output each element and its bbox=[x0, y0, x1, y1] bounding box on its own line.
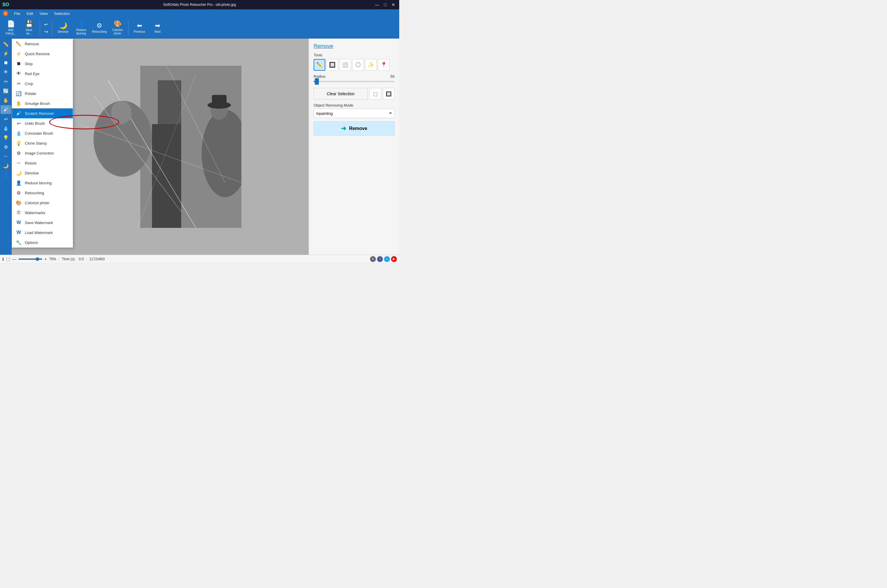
add-files-button[interactable]: 📄 AddFile(s)... bbox=[2, 19, 19, 37]
svg-rect-7 bbox=[152, 124, 181, 228]
tool-crop[interactable]: ✂ bbox=[1, 77, 11, 86]
tool-red-eye[interactable]: 👁 bbox=[1, 68, 11, 76]
menu-item-reduce-blurring[interactable]: 👤 Reduce blurring bbox=[12, 178, 73, 188]
pencil-icon: ✏️ bbox=[316, 62, 323, 68]
clear-selection-button[interactable]: Clear Selection bbox=[314, 88, 368, 100]
clear-selection-row: Clear Selection ⬚ 🔲 bbox=[314, 88, 395, 100]
retouching-menu-label: Retouching bbox=[25, 191, 69, 195]
dropdown-menu: ✏️ Remove ⚡ Quick Remove ⏹ Stop 👁 Red Ey… bbox=[12, 39, 73, 248]
radius-label: Radius bbox=[314, 74, 325, 79]
menu-item-resize[interactable]: ↔ Resize bbox=[12, 158, 73, 168]
tools-panel: ✏️ ⚡ ⏹ 👁 ✂ 🔄 ✋ 🖌 ↩ 💧 💡 ⚙ ↔ 🌙 👤 bbox=[0, 39, 12, 255]
main-area: ✏️ ⚡ ⏹ 👁 ✂ 🔄 ✋ 🖌 ↩ 💧 💡 ⚙ ↔ 🌙 👤 ✏️ Remove… bbox=[0, 39, 399, 255]
undo-brush-menu-label: Undo Brush bbox=[25, 121, 69, 126]
tool-stamp-btn[interactable]: 📍 bbox=[378, 59, 389, 71]
menu-item-retouching[interactable]: ⚙ Retouching bbox=[12, 188, 73, 198]
menu-view[interactable]: View bbox=[36, 10, 51, 16]
info-icon-btn[interactable]: ℹ bbox=[370, 256, 376, 262]
svg-text:S: S bbox=[5, 12, 7, 15]
next-button[interactable]: ➡ Next bbox=[149, 19, 166, 37]
toolbar: 📄 AddFile(s)... 💾 Saveas... ↩ ↪ 🌙 Denois… bbox=[0, 18, 399, 39]
zoom-value: 75% bbox=[49, 257, 56, 261]
menu-item-load-watermark[interactable]: W Load Watermark bbox=[12, 228, 73, 237]
menu-item-colorize-photo[interactable]: 🎨 Colorize photo bbox=[12, 198, 73, 208]
menu-item-denoise[interactable]: 🌙 Denoise bbox=[12, 168, 73, 178]
time-status: Time (s): 0.0 bbox=[62, 257, 84, 261]
remove-button[interactable]: ➜ Remove bbox=[314, 122, 395, 135]
zoom-plus-icon[interactable]: + bbox=[44, 257, 47, 261]
selection-rect-icon-btn[interactable]: ⬚ bbox=[370, 88, 381, 100]
twitter-icon-btn[interactable]: t bbox=[384, 256, 390, 262]
tool-scratch-remover[interactable]: 🖌 bbox=[1, 105, 11, 114]
reduce-blurring-button[interactable]: 👤 Reduceblurring bbox=[73, 19, 90, 37]
youtube-icon-btn[interactable]: ▶ bbox=[391, 256, 397, 262]
undo-button[interactable]: ↩ bbox=[42, 21, 50, 28]
radius-slider-track bbox=[314, 81, 395, 82]
radius-slider-container[interactable] bbox=[314, 79, 395, 84]
colorize-photo-menu-icon: 🎨 bbox=[15, 200, 22, 206]
tool-smudge[interactable]: ✋ bbox=[1, 96, 11, 105]
info-status-icon[interactable]: ℹ bbox=[2, 257, 4, 261]
menu-item-watermarks[interactable]: © Watermarks bbox=[12, 208, 73, 218]
reduce-blurring-menu-icon: 👤 bbox=[15, 180, 22, 186]
zoom-minus-icon[interactable]: — bbox=[12, 257, 17, 261]
menu-item-clone-stamp[interactable]: 💡 Clone Stamp bbox=[12, 138, 73, 148]
tool-pencil-btn[interactable]: ✏️ bbox=[314, 59, 325, 71]
denoise-button[interactable]: 🌙 Denoise bbox=[55, 19, 72, 37]
menu-item-save-watermark[interactable]: W Save Watermark bbox=[12, 218, 73, 228]
menu-item-concealer-brush[interactable]: 💧 Concealer Brush bbox=[12, 128, 73, 138]
menu-item-image-correction[interactable]: ⚙ Image Correction bbox=[12, 148, 73, 158]
menu-file[interactable]: File bbox=[11, 10, 23, 16]
tool-stop[interactable]: ⏹ bbox=[1, 58, 11, 67]
menu-item-rotate[interactable]: 🔄 Rotate bbox=[12, 88, 73, 99]
tool-denoise[interactable]: 🌙 bbox=[1, 161, 11, 170]
menu-item-undo-brush[interactable]: ↩ Undo Brush bbox=[12, 118, 73, 128]
menu-item-remove[interactable]: ✏️ Remove bbox=[12, 39, 73, 49]
tool-reduce-blur[interactable]: 👤 bbox=[1, 171, 11, 179]
tool-concealer[interactable]: 💧 bbox=[1, 124, 11, 133]
colorize-photo-button[interactable]: 🎨 Colorizephoto bbox=[109, 19, 126, 37]
svg-rect-18 bbox=[212, 95, 227, 106]
close-button[interactable]: ✕ bbox=[390, 1, 397, 8]
radius-slider-thumb[interactable] bbox=[315, 78, 319, 85]
menu-selection[interactable]: Selection bbox=[51, 10, 72, 16]
facebook-icon-btn[interactable]: f bbox=[377, 256, 383, 262]
tool-image-correction[interactable]: ⚙ bbox=[1, 142, 11, 151]
menu-edit[interactable]: Edit bbox=[24, 10, 36, 16]
smudge-menu-icon: ✋ bbox=[15, 100, 22, 106]
retouching-button[interactable]: ⚙ Retouching bbox=[91, 19, 108, 37]
minimize-button[interactable]: — bbox=[373, 1, 380, 8]
maximize-button[interactable]: □ bbox=[382, 1, 389, 8]
tool-clone-stamp[interactable]: 💡 bbox=[1, 133, 11, 142]
save-as-button[interactable]: 💾 Saveas... bbox=[21, 19, 38, 37]
tool-rotate[interactable]: 🔄 bbox=[1, 87, 11, 95]
tool-quick-remove[interactable]: ⚡ bbox=[1, 49, 11, 58]
crop-menu-label: Crop bbox=[25, 81, 69, 86]
next-label: Next bbox=[155, 30, 161, 33]
tool-rect-select-btn[interactable]: ⬜ bbox=[339, 59, 351, 71]
tool-resize[interactable]: ↔ bbox=[1, 152, 11, 160]
menu-item-smudge-brush[interactable]: ✋ Smudge Brush bbox=[12, 99, 73, 108]
tool-undo-brush[interactable]: ↩ bbox=[1, 114, 11, 123]
menu-item-scratch-remover[interactable]: 🖌 Scratch Remover bbox=[12, 108, 73, 118]
remove-menu-icon: ✏️ bbox=[15, 40, 22, 47]
tool-remove[interactable]: ✏️ bbox=[1, 40, 11, 48]
selection-fill-icon-btn[interactable]: 🔲 bbox=[383, 88, 395, 100]
select-status-icon[interactable]: ⬚ bbox=[6, 257, 10, 261]
menu-item-options[interactable]: 🔧 Options bbox=[12, 237, 73, 248]
tool-eraser-btn[interactable]: 🔲 bbox=[326, 59, 338, 71]
rotate-menu-icon: 🔄 bbox=[15, 90, 22, 97]
menu-item-red-eye[interactable]: 👁 Red Eye bbox=[12, 69, 73, 79]
menu-item-quick-remove[interactable]: ⚡ Quick Remove bbox=[12, 49, 73, 59]
zoom-slider[interactable] bbox=[19, 258, 42, 260]
redo-button[interactable]: ↪ bbox=[42, 28, 50, 35]
tool-lasso-btn[interactable]: 〇 bbox=[352, 59, 364, 71]
tool-magic-wand-btn[interactable]: ✨ bbox=[365, 59, 377, 71]
menu-item-crop[interactable]: ✂ Crop bbox=[12, 79, 73, 88]
add-files-label: AddFile(s)... bbox=[6, 28, 16, 35]
menu-item-stop[interactable]: ⏹ Stop bbox=[12, 59, 73, 69]
zoom-thumb[interactable] bbox=[36, 257, 39, 261]
radius-row: Radius 50 bbox=[314, 74, 395, 79]
previous-button[interactable]: ⬅ Previous bbox=[131, 19, 148, 37]
removing-mode-select[interactable]: Inpainting Content-Aware Fill Texture Sy… bbox=[314, 109, 395, 118]
